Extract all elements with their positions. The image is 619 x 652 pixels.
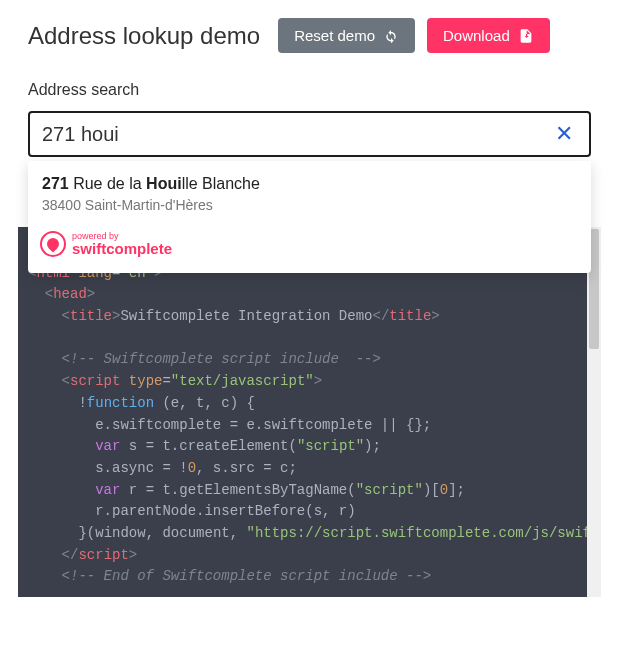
download-label: Download (443, 27, 510, 44)
powered-by-row[interactable]: powered by swiftcomplete (28, 225, 591, 265)
header-row: Address lookup demo Reset demo Download (0, 0, 619, 63)
code-block: <!DOCTYPE html> <html lang="en"> <head> … (18, 227, 601, 597)
page-title: Address lookup demo (28, 22, 260, 50)
reset-label: Reset demo (294, 27, 375, 44)
search-input-container: ✕ (28, 111, 591, 157)
code-panel: <!DOCTYPE html> <html lang="en"> <head> … (18, 227, 601, 597)
autocomplete-result[interactable]: 271 Rue de la Houille Blanche 38400 Sain… (28, 161, 591, 225)
clear-search-button[interactable]: ✕ (551, 121, 577, 147)
result-secondary: 38400 Saint-Martin-d'Hères (42, 197, 577, 213)
search-section: ✕ 271 Rue de la Houille Blanche 38400 Sa… (0, 105, 619, 157)
result-primary: 271 Rue de la Houille Blanche (42, 175, 577, 193)
code-scrollbar[interactable] (587, 227, 601, 597)
swiftcomplete-logo-icon (40, 231, 66, 257)
address-search-input[interactable] (42, 123, 551, 146)
reset-demo-button[interactable]: Reset demo (278, 18, 415, 53)
powered-text: powered by swiftcomplete (72, 232, 172, 257)
refresh-icon (383, 28, 399, 44)
download-icon (518, 28, 534, 44)
search-label: Address search (0, 63, 619, 105)
close-icon: ✕ (555, 121, 573, 146)
download-button[interactable]: Download (427, 18, 550, 53)
autocomplete-dropdown: 271 Rue de la Houille Blanche 38400 Sain… (28, 161, 591, 273)
